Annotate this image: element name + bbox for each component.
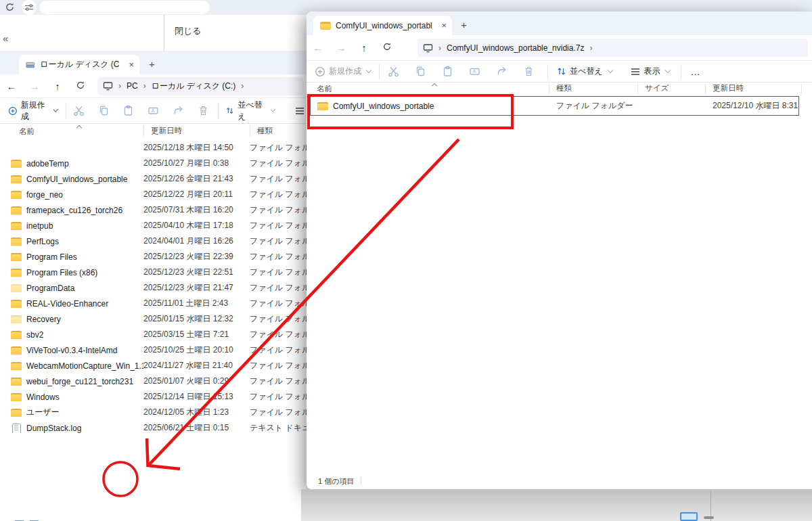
- column-header-type[interactable]: 種類: [250, 126, 308, 137]
- paste-button[interactable]: [120, 105, 137, 116]
- collapse-chevrons[interactable]: «: [3, 32, 8, 44]
- cut-button[interactable]: [384, 66, 403, 77]
- table-row[interactable]: Windows 2025/12/14 日曜日 15:13 ファイル フォルダー: [0, 389, 308, 405]
- breadcrumb-pc[interactable]: PC: [127, 81, 138, 91]
- table-row[interactable]: ユーザー 2024/12/05 木曜日 1:23 ファイル フォルダー: [0, 405, 308, 420]
- table-row[interactable]: PerfLogs 2024/04/01 月曜日 16:26 ファイル フォルダー: [0, 233, 308, 249]
- file-icon: [11, 393, 22, 401]
- table-row[interactable]: Program Files (x86) 2025/12/23 火曜日 22:51…: [0, 265, 308, 280]
- column-header-name[interactable]: 名前: [0, 127, 143, 137]
- tab-local-disk[interactable]: ローカル ディスク (C:) ×: [19, 55, 139, 74]
- file-type: ファイル フォルダー: [250, 204, 308, 216]
- rename-button[interactable]: A: [465, 66, 484, 77]
- breadcrumb-chevron[interactable]: ›: [241, 81, 244, 91]
- new-tab-button[interactable]: +: [461, 19, 467, 30]
- table-row[interactable]: REAL-Video-Enhancer 2025/11/01 土曜日 2:43 …: [0, 296, 308, 311]
- table-row[interactable]: Recovery 2025/01/15 水曜日 12:32 ファイル フォルダー: [0, 311, 308, 327]
- tab-archive[interactable]: ComfyUI_windows_portable_n ×: [313, 16, 452, 35]
- more-button[interactable]: …: [691, 66, 700, 77]
- view-button[interactable]: [291, 106, 308, 116]
- peeking-window-icon[interactable]: [680, 512, 698, 521]
- delete-button[interactable]: [195, 105, 212, 116]
- plus-circle-icon: [8, 106, 18, 116]
- back-button[interactable]: ←: [307, 42, 330, 53]
- share-button[interactable]: [492, 66, 511, 77]
- share-button[interactable]: [170, 105, 187, 116]
- column-header-size[interactable]: サイズ: [637, 83, 705, 94]
- column-header-modified[interactable]: 更新日時: [705, 83, 812, 94]
- svg-text:A: A: [472, 69, 476, 74]
- divider: [379, 64, 380, 79]
- file-name: adobeTemp: [26, 159, 69, 168]
- close-button[interactable]: 閉じる: [175, 25, 202, 37]
- svg-text:A: A: [152, 108, 155, 113]
- table-row[interactable]: forge_neo 2025/12/22 月曜日 20:11 ファイル フォルダ…: [0, 187, 308, 202]
- forward-button[interactable]: →: [330, 42, 353, 53]
- sort-button[interactable]: 並べ替え: [556, 66, 612, 77]
- browser-tune-button[interactable]: [22, 0, 37, 15]
- file-icon: [317, 102, 328, 110]
- tab-close-icon[interactable]: ×: [129, 60, 134, 70]
- file-name: ComfyUI_windows_portable: [333, 101, 434, 111]
- breadcrumb-disk[interactable]: ローカル ディスク (C:): [152, 81, 236, 92]
- file-icon: [11, 206, 22, 214]
- browser-address-bar[interactable]: [39, 1, 210, 14]
- delete-button[interactable]: [519, 66, 538, 77]
- column-header-modified[interactable]: 更新日時: [143, 126, 250, 137]
- file-name: Program Files: [26, 252, 77, 262]
- new-button[interactable]: 新規作成: [315, 66, 371, 77]
- cut-button[interactable]: [70, 105, 87, 116]
- file-icon: [11, 269, 22, 277]
- table-row[interactable]: sbv2 2025/03/15 土曜日 7:21 ファイル フォルダー: [0, 327, 308, 342]
- tab-title: ローカル ディスク (C:): [40, 59, 120, 70]
- up-button[interactable]: ↑: [46, 81, 69, 92]
- new-tab-button[interactable]: +: [149, 58, 155, 70]
- table-row[interactable]: ComfyUI_windows_portable ファイル フォルダー 2025…: [310, 96, 799, 116]
- explorer-window-archive: ComfyUI_windows_portable_n × + ← → ↑ › C…: [307, 12, 812, 489]
- column-header-type[interactable]: 種類: [549, 83, 637, 94]
- forward-button[interactable]: →: [23, 81, 46, 92]
- this-pc-icon[interactable]: [103, 81, 113, 91]
- copy-button[interactable]: [411, 66, 430, 77]
- up-button[interactable]: ↑: [353, 42, 376, 53]
- refresh-button[interactable]: [69, 81, 92, 92]
- file-type: ファイル フォルダー: [250, 235, 308, 247]
- browser-reload-icon[interactable]: [5, 2, 15, 15]
- table-row[interactable]: ViVeTool-v0.3.4-IntelAmd 2025/10/25 土曜日 …: [0, 342, 308, 358]
- table-row[interactable]: framepack_cu126_torch26 2025/07/31 木曜日 1…: [0, 202, 308, 218]
- view-button[interactable]: 表示: [630, 66, 670, 77]
- table-row[interactable]: webui_forge_cu121_torch231 2025/01/07 火曜…: [0, 373, 308, 389]
- file-icon: [11, 160, 22, 168]
- column-header-name[interactable]: 名前: [307, 84, 549, 94]
- file-type: テキスト ドキュメント: [250, 422, 308, 434]
- breadcrumb-archive[interactable]: ComfyUI_windows_portable_nvidia.7z: [447, 43, 584, 53]
- back-button[interactable]: ←: [0, 81, 23, 92]
- file-icon: [11, 315, 22, 323]
- paste-button[interactable]: [438, 66, 457, 77]
- table-row[interactable]: Program Files 2025/12/23 火曜日 22:39 ファイル …: [0, 249, 308, 265]
- breadcrumb-chevron: ›: [438, 43, 441, 53]
- file-name: WebcamMotionCapture_Win_1.10.3_ja: [26, 361, 143, 371]
- table-row[interactable]: DumpStack.log 2025/06/21 土曜日 0:15 テキスト ド…: [0, 420, 308, 436]
- table-row[interactable]: 2025/12/18 木曜日 14:50 ファイル フォルダー: [0, 140, 308, 156]
- file-icon: [11, 191, 22, 199]
- file-type: ファイル フォルダー: [250, 220, 308, 231]
- table-row[interactable]: ComfyUI_windows_portable 2025/12/26 金曜日 …: [0, 171, 308, 187]
- tab-close-icon[interactable]: ×: [441, 20, 447, 30]
- table-row[interactable]: inetpub 2025/04/10 木曜日 17:18 ファイル フォルダー: [0, 218, 308, 233]
- table-row[interactable]: ProgramData 2025/12/23 火曜日 21:47 ファイル フォ…: [0, 280, 308, 296]
- peeking-minimize-dash[interactable]: [704, 516, 714, 519]
- rename-button[interactable]: A: [145, 105, 162, 116]
- drive-icon: [26, 60, 35, 69]
- refresh-button[interactable]: [376, 42, 399, 53]
- copy-button[interactable]: [95, 105, 112, 116]
- table-row[interactable]: WebcamMotionCapture_Win_1.10.3_ja 2024/1…: [0, 358, 308, 373]
- file-type: ファイル フォルダー: [250, 189, 308, 200]
- file-icon: [11, 362, 22, 370]
- sort-button[interactable]: 並べ替え: [225, 99, 275, 122]
- breadcrumb-chevron[interactable]: ›: [589, 43, 592, 53]
- table-row[interactable]: adobeTemp 2025/10/27 月曜日 0:38 ファイル フォルダー: [0, 156, 308, 171]
- file-modified: 2025/10/27 月曜日 0:38: [143, 158, 250, 169]
- this-pc-icon[interactable]: [423, 43, 433, 53]
- new-button[interactable]: 新規作成: [8, 99, 58, 122]
